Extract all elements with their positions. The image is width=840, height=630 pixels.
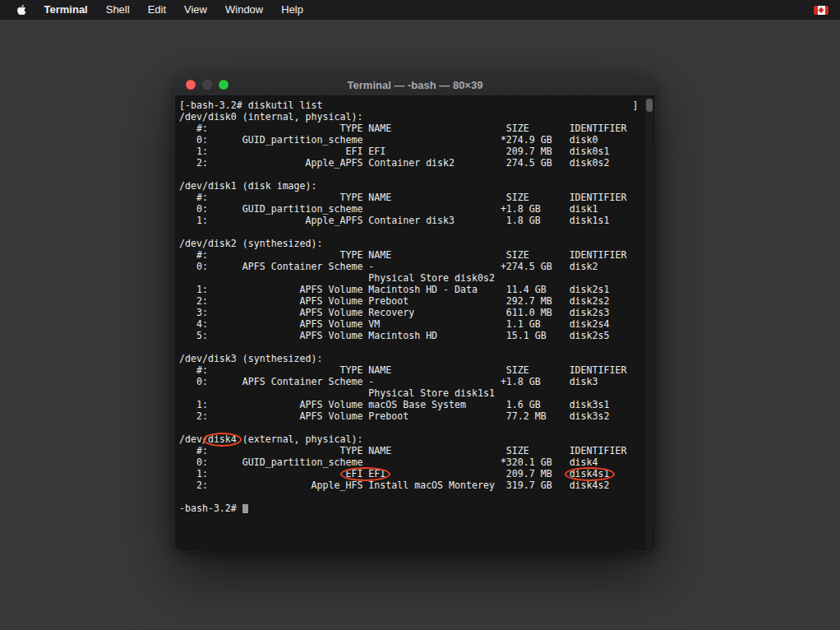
terminal-line (179, 422, 644, 433)
terminal-line: 4: APFS Volume VM 1.1 GB disk2s4 (179, 318, 644, 330)
minimize-button[interactable] (202, 80, 212, 90)
apple-logo-icon (17, 4, 26, 16)
terminal-line (179, 341, 644, 353)
terminal-line: -bash-3.2# (179, 503, 644, 514)
terminal-line: 2: Apple_HFS Install macOS Monterey 319.… (179, 479, 644, 491)
flag-red-band (825, 6, 829, 15)
terminal-line: /dev/disk4 (external, physical): (179, 433, 644, 445)
terminal-line: 1: EFI EFI 209.7 MB disk4s1 (179, 468, 644, 479)
menu-bar: Terminal Shell Edit View Window Help (0, 0, 840, 20)
menu-edit[interactable]: Edit (139, 0, 175, 20)
menu-shell[interactable]: Shell (97, 0, 139, 20)
zoom-button[interactable] (219, 80, 228, 90)
terminal-output: [-bash-3.2# diskutil list ]/dev/disk0 (i… (179, 100, 644, 514)
terminal-line: 0: GUID_partition_scheme *274.9 GB disk0 (179, 134, 644, 146)
terminal-line: #: TYPE NAME SIZE IDENTIFIER (179, 249, 644, 261)
terminal-line: #: TYPE NAME SIZE IDENTIFIER (179, 123, 644, 134)
terminal-line (179, 226, 644, 238)
terminal-line: #: TYPE NAME SIZE IDENTIFIER (179, 192, 644, 203)
menu-terminal[interactable]: Terminal (35, 0, 97, 20)
terminal-line: 1: APFS Volume macOS Base System 1.6 GB … (179, 399, 644, 410)
terminal-line: 2: Apple_APFS Container disk2 274.5 GB d… (179, 157, 644, 169)
menu-help[interactable]: Help (272, 0, 312, 20)
maple-leaf-icon (819, 7, 824, 12)
scrollbar-thumb[interactable] (646, 99, 653, 112)
terminal-line: /dev/disk0 (internal, physical): (179, 111, 644, 123)
close-button[interactable] (186, 80, 196, 90)
terminal-line: Physical Store disk0s2 (179, 272, 644, 284)
terminal-line: 0: APFS Container Scheme - +1.8 GB disk3 (179, 376, 644, 387)
terminal-line: #: TYPE NAME SIZE IDENTIFIER (179, 445, 644, 456)
terminal-line: Physical Store disk1s1 (179, 387, 644, 399)
terminal-line: /dev/disk1 (disk image): (179, 180, 644, 192)
terminal-line: 0: GUID_partition_scheme *320.1 GB disk4 (179, 456, 644, 468)
menu-window[interactable]: Window (216, 0, 272, 20)
window-title: Terminal — -bash — 80×39 (175, 74, 655, 96)
terminal-line: 1: APFS Volume Macintosh HD - Data 11.4 … (179, 284, 644, 295)
terminal-line: 2: APFS Volume Preboot 77.2 MB disk3s2 (179, 410, 644, 422)
terminal-line: #: TYPE NAME SIZE IDENTIFIER (179, 364, 644, 376)
scrollbar[interactable] (645, 98, 654, 550)
terminal-line (179, 491, 644, 503)
terminal-line: 1: Apple_APFS Container disk3 1.8 GB dis… (179, 215, 644, 226)
terminal-content[interactable]: [-bash-3.2# diskutil list ]/dev/disk0 (i… (175, 97, 655, 551)
terminal-line: /dev/disk2 (synthesized): (179, 238, 644, 249)
window-title-bar[interactable]: Terminal — -bash — 80×39 (175, 74, 655, 96)
terminal-line: 5: APFS Volume Macintosh HD 15.1 GB disk… (179, 330, 644, 341)
traffic-lights (186, 80, 228, 90)
terminal-text-area: [-bash-3.2# diskutil list ]/dev/disk0 (i… (179, 100, 644, 551)
terminal-line: 0: APFS Container Scheme - +274.5 GB dis… (179, 261, 644, 272)
flag-white-band (818, 6, 825, 15)
terminal-line: 2: APFS Volume Preboot 292.7 MB disk2s2 (179, 295, 644, 307)
terminal-line: 3: APFS Volume Recovery 611.0 MB disk2s3 (179, 307, 644, 318)
input-source-flag-icon[interactable] (814, 6, 828, 15)
terminal-window: Terminal — -bash — 80×39 [-bash-3.2# dis… (175, 74, 655, 551)
terminal-line: [-bash-3.2# diskutil list ] (179, 100, 644, 111)
apple-menu[interactable] (8, 4, 35, 16)
terminal-line: 1: EFI EFI 209.7 MB disk0s1 (179, 146, 644, 157)
terminal-line: /dev/disk3 (synthesized): (179, 353, 644, 364)
terminal-line: 0: GUID_partition_scheme +1.8 GB disk1 (179, 203, 644, 215)
menu-view[interactable]: View (175, 0, 216, 20)
terminal-line (179, 169, 644, 180)
